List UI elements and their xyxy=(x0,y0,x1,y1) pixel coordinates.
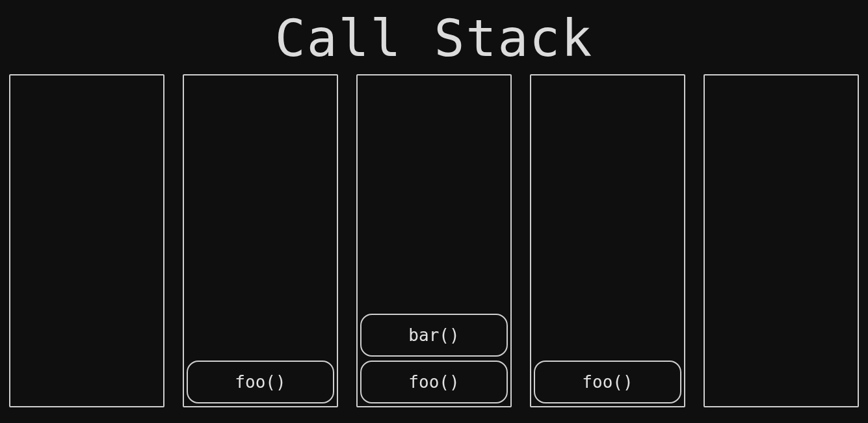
stacks-row: foo() bar() foo() foo() xyxy=(0,74,868,407)
stack-frame: foo() xyxy=(360,361,508,403)
stack-frame: foo() xyxy=(534,361,681,403)
stack-1: foo() xyxy=(183,74,338,407)
diagram-title: Call Stack xyxy=(0,0,868,74)
stack-frame: foo() xyxy=(187,361,334,403)
stack-4 xyxy=(704,74,859,407)
stack-3: foo() xyxy=(530,74,685,407)
stack-2: bar() foo() xyxy=(356,74,512,407)
stack-frame: bar() xyxy=(360,314,508,357)
stack-0 xyxy=(9,74,164,407)
